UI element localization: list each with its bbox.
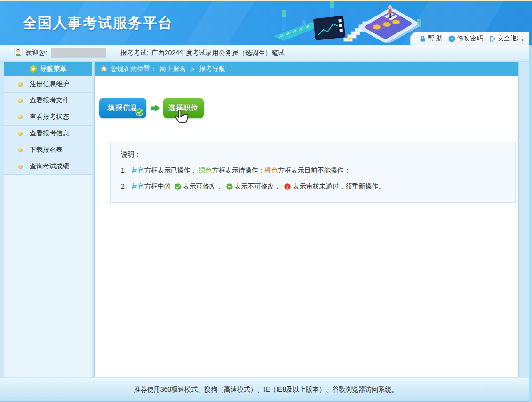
- welcome-greeting: 欢迎您:: [25, 49, 47, 57]
- username-redacted: [51, 48, 106, 58]
- breadcrumb-section: 网上报名: [159, 65, 186, 73]
- notice-title: 说明：: [121, 150, 506, 159]
- bullet-icon: [18, 165, 23, 168]
- bullet-icon: [18, 99, 23, 102]
- svg-text:!: !: [287, 184, 288, 189]
- sidebar-item-label: 查看报考信息: [30, 129, 69, 138]
- exam-label: 报考考试:: [120, 49, 149, 57]
- sidebar-item-view-exam-info[interactable]: 查看报考信息: [4, 126, 92, 142]
- fill-info-label: 填报信息: [108, 103, 138, 112]
- notice-line-1: 1、蓝色方框表示已操作， 绿色方框表示待操作；橙色方框表示目前不能操作；: [121, 166, 506, 175]
- welcome-bar: 欢迎您: 报考考试: 广西2024年度考试录用公务员（选调生）笔试: [0, 45, 529, 62]
- notice-line1-text2: 方框表示待操作: [212, 166, 258, 174]
- sidebar-item-view-exam-status[interactable]: 查看报考状态: [4, 109, 92, 126]
- notice-green-word: 绿色: [199, 166, 212, 174]
- check-icon: [135, 108, 143, 118]
- breadcrumb-separator: >: [191, 65, 194, 73]
- site-header: 全国人事考试服务平台: [0, 1, 532, 45]
- bullet-icon: [18, 148, 23, 152]
- sidebar-title: 导航菜单: [40, 65, 67, 73]
- bullet-icon: [18, 82, 23, 86]
- change-password-label: 修改密码: [457, 34, 483, 43]
- lock-icon: [419, 35, 426, 42]
- notice-line2-text4: 表示审核未通过，须重新操作。: [293, 182, 385, 190]
- chevron-down-icon: [30, 65, 37, 73]
- page-footer: 推荐使用360极速模式、搜狗（高速模式）、IE（IE8及以上版本）、谷歌浏览器访…: [0, 378, 532, 402]
- header-illustration: [273, 1, 429, 45]
- logout-label: 安全退出: [497, 34, 524, 43]
- notice-line2-text2: 表示可修改，: [183, 182, 224, 190]
- breadcrumb-prefix: 您现在的位置：: [111, 65, 157, 73]
- content-area: 导航菜单 注册信息维护 查看报考文件 查看报考状态 查看报考信息 下载报名表: [0, 62, 532, 377]
- sidebar-item-label: 查看报考状态: [30, 113, 69, 121]
- breadcrumb: 您现在的位置： 网上报名 > 报考导航: [95, 62, 518, 76]
- bullet-icon: [18, 132, 23, 135]
- sidebar-item-label: 查询考试成绩: [30, 162, 69, 171]
- sidebar-item-label: 下载报名表: [30, 146, 63, 154]
- exam-name: 广西2024年度考试录用公务员（选调生）笔试: [151, 49, 285, 57]
- logout-link[interactable]: 安全退出: [489, 34, 524, 43]
- minus-icon: [226, 183, 233, 193]
- sidebar: 导航菜单 注册信息维护 查看报考文件 查看报考状态 查看报考信息 下载报名表: [4, 62, 92, 377]
- sidebar-item-label: 注册信息维护: [30, 80, 69, 88]
- bullet-icon: [18, 115, 23, 119]
- sidebar-item-download-form[interactable]: 下载报名表: [4, 142, 92, 158]
- notice-line2-num: 2、: [121, 182, 131, 190]
- notice-line-2: 2、蓝色方框中的 表示可修改， 表示不可修改， !表示审核未通过，须重新操作。: [121, 181, 506, 193]
- check-icon: [174, 183, 182, 193]
- sidebar-item-register-info[interactable]: 注册信息维护: [4, 76, 92, 93]
- footer-text: 推荐使用360极速模式、搜狗（高速模式）、IE（IE8及以上版本）、谷歌浏览器访…: [134, 386, 398, 394]
- notice-line2-text1: 方框中的: [144, 182, 173, 190]
- login-bar: 帮 助 ? 修改密码 安全退出: [410, 32, 529, 45]
- exclamation-icon: !: [284, 183, 291, 193]
- notice-box: 说明： 1、蓝色方框表示已操作， 绿色方框表示待操作；橙色方框表示目前不能操作；…: [110, 142, 516, 203]
- arrow-right-icon: [151, 104, 160, 114]
- notice-orange-word: ；橙色: [258, 166, 278, 174]
- notice-blue-word: 蓝色: [131, 182, 144, 190]
- sidebar-item-label: 查看报考文件: [30, 96, 69, 105]
- sidebar-header: 导航菜单: [4, 62, 92, 76]
- question-icon: ?: [448, 35, 455, 42]
- sidebar-nav-list: 注册信息维护 查看报考文件 查看报考状态 查看报考信息 下载报名表 查询考试成绩: [4, 76, 92, 175]
- notice-line2-text3: 表示不可修改，: [235, 182, 283, 190]
- sidebar-item-view-exam-files[interactable]: 查看报考文件: [4, 93, 92, 109]
- notice-line1-num: 1、: [121, 166, 131, 174]
- sidebar-item-query-scores[interactable]: 查询考试成绩: [4, 158, 92, 175]
- notice-blue-word: 蓝色: [131, 166, 144, 174]
- fill-info-button[interactable]: 填报信息: [99, 98, 146, 118]
- breadcrumb-current: 报考导航: [199, 65, 225, 73]
- right-edge-strip: [529, 45, 532, 402]
- help-link[interactable]: 帮 助: [419, 34, 443, 43]
- exit-icon: [489, 35, 496, 42]
- hand-cursor-icon: [174, 109, 190, 130]
- svg-text:?: ?: [451, 36, 453, 41]
- avatar-icon: [14, 48, 23, 58]
- header-streak: [180, 1, 258, 45]
- main-panel: 您现在的位置： 网上报名 > 报考导航 填报信息 选择职位: [94, 62, 519, 377]
- site-title: 全国人事考试服务平台: [23, 14, 173, 33]
- home-icon: [100, 65, 108, 73]
- step-flow: 填报信息 选择职位: [99, 98, 518, 128]
- change-password-link[interactable]: ? 修改密码: [448, 34, 483, 43]
- notice-line1-text1: 方框表示已操作，: [144, 166, 199, 174]
- help-label: 帮 助: [428, 34, 443, 43]
- notice-line1-text3: 方框表示目前不能操作；: [278, 166, 350, 174]
